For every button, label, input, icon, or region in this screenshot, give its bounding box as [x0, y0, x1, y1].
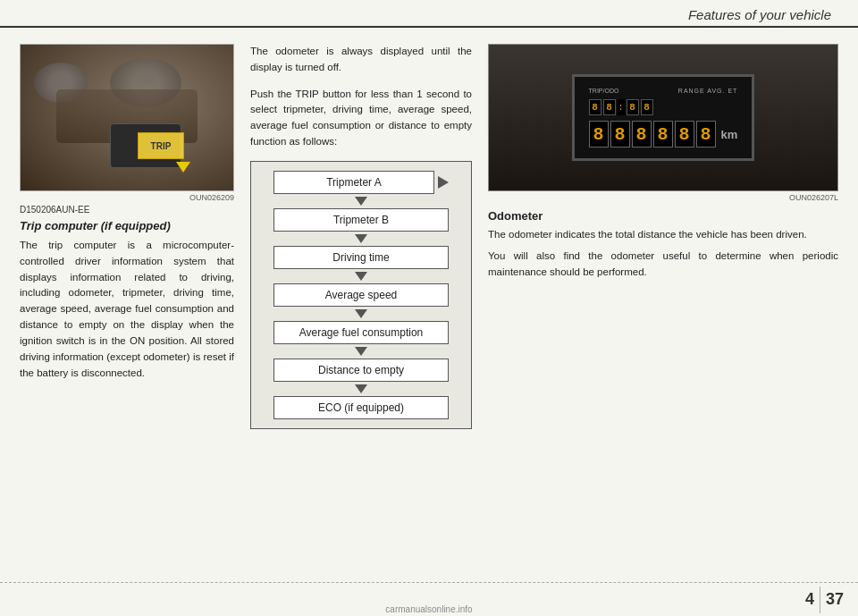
odo-main-digits-row: 8 8 8 8 8 8 km	[589, 121, 738, 148]
flow-item-tripmeter-a: Tripmeter A	[273, 171, 434, 194]
odometer-body-2: You will also find the odometer useful t…	[488, 249, 838, 281]
page-divider	[820, 586, 820, 613]
main-content: TRIP OUN026209 D150206AUN-EE Trip comput…	[0, 28, 858, 561]
odo-digit-5: 8	[675, 121, 694, 148]
car-image-label: D150206AUN-EE	[20, 205, 234, 215]
car-image-caption: OUN026209	[20, 193, 234, 202]
odo-small-digit-3: 8	[627, 99, 639, 115]
header-title: Features of your vehicle	[688, 7, 831, 22]
odo-small-colon: :	[618, 99, 625, 115]
flow-wrapper: Tripmeter A Tripmeter B Driving time Ave…	[251, 162, 471, 428]
odometer-body-1: The odometer indicates the total distanc…	[488, 227, 838, 243]
flow-item-average-speed: Average speed	[273, 283, 449, 307]
page-number: 37	[826, 590, 844, 609]
flow-arrow-5	[355, 347, 367, 356]
watermark: carmanualsonline.info	[385, 604, 472, 614]
odo-small-digit-1: 8	[589, 99, 601, 115]
trip-button: TRIP	[138, 132, 184, 159]
odo-km-label: km	[721, 128, 738, 141]
flow-arrow-6	[355, 384, 367, 393]
odo-label-range: RANGE AVG. ET	[678, 88, 738, 94]
flow-item-distance-empty: Distance to empty	[273, 359, 449, 382]
trip-label: TRIP	[151, 141, 172, 151]
flow-item-eco: ECO (if equipped)	[273, 396, 449, 419]
flow-arrow-4	[355, 309, 367, 318]
odo-display-box: TRIP/ODO RANGE AVG. ET 8 8 : 8 8 8 8	[572, 74, 755, 161]
page-footer: carmanualsonline.info 4 37	[0, 582, 858, 616]
flow-item-avg-fuel: Average fuel consumption	[273, 321, 449, 344]
odo-digit-3: 8	[632, 121, 652, 148]
flow-right-arrow	[438, 176, 449, 189]
intro-text-2: Push the TRIP button for less than 1 sec…	[250, 87, 472, 150]
flow-item-tripmeter-b: Tripmeter B	[273, 208, 449, 232]
flow-diagram: Tripmeter A Tripmeter B Driving time Ave…	[250, 161, 472, 429]
odo-digit-4: 8	[653, 121, 673, 148]
trip-computer-title: Trip computer (if equipped)	[20, 219, 234, 232]
odo-digit-2: 8	[610, 121, 630, 148]
flow-arrow-1	[355, 197, 367, 206]
page-header: Features of your vehicle	[0, 0, 858, 28]
page-numbers: 4 37	[805, 586, 844, 613]
odo-small-digit-2: 8	[603, 99, 616, 115]
intro-text-1: The odometer is always displayed until t…	[250, 44, 472, 76]
flow-row-1: Tripmeter A	[273, 171, 449, 194]
flow-arrow-3	[355, 272, 367, 281]
car-dashboard: TRIP	[21, 45, 233, 190]
odo-small-digits-row: 8 8 : 8 8	[589, 99, 738, 115]
middle-column: The odometer is always displayed until t…	[250, 44, 472, 561]
odo-digit-1: 8	[589, 121, 609, 148]
odometer-title: Odometer	[488, 209, 838, 223]
trip-arrow	[176, 162, 190, 173]
odo-label-trip: TRIP/ODO	[589, 88, 619, 94]
odometer-image: TRIP/ODO RANGE AVG. ET 8 8 : 8 8 8 8	[488, 44, 838, 191]
right-column: TRIP/ODO RANGE AVG. ET 8 8 : 8 8 8 8	[488, 44, 838, 561]
chapter-number: 4	[805, 590, 814, 609]
odo-top-labels: TRIP/ODO RANGE AVG. ET	[589, 88, 738, 94]
flow-item-driving-time: Driving time	[273, 246, 449, 269]
odo-caption: OUN026207L	[488, 193, 838, 202]
car-image: TRIP	[20, 44, 234, 191]
odo-small-digit-4: 8	[641, 99, 653, 115]
trip-computer-body: The trip computer is a microcomputer-con…	[20, 238, 234, 381]
left-column: TRIP OUN026209 D150206AUN-EE Trip comput…	[20, 44, 234, 561]
flow-arrow-2	[355, 234, 367, 243]
odo-digit-6: 8	[696, 121, 716, 148]
